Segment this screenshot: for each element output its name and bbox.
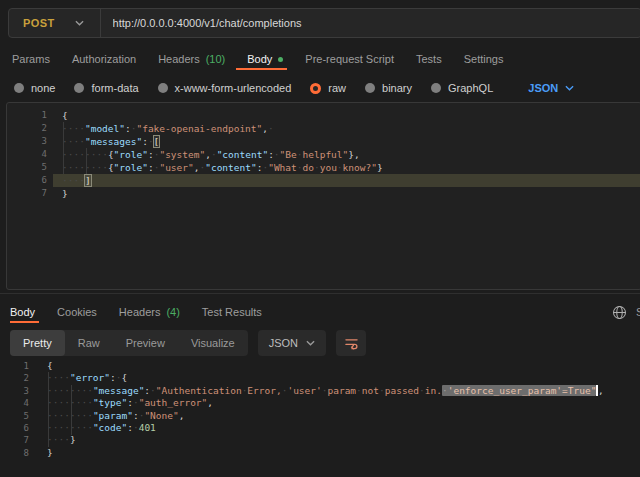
code-text: } [62, 187, 68, 200]
wrap-text-button[interactable] [336, 330, 366, 356]
tab-label: Headers [119, 306, 161, 318]
radio-label: raw [328, 82, 346, 94]
body-language-select[interactable]: JSON [528, 82, 574, 94]
body-type-form-data[interactable]: form-data [74, 82, 138, 94]
radio-label: x-www-form-urlencoded [175, 82, 292, 94]
code-token: } [70, 434, 76, 445]
view-raw[interactable]: Raw [65, 330, 113, 356]
tab-label: Authorization [72, 53, 136, 65]
code-token: "Authentication·Error,·'user'·param·not·… [156, 385, 442, 396]
line-number: 7 [0, 434, 29, 446]
request-tab-params[interactable]: Params [12, 48, 61, 70]
whitespace-dot: · [268, 123, 274, 134]
code-line: 5········"param":·"None", [0, 410, 640, 422]
url-input[interactable] [101, 16, 640, 30]
code-token: { [62, 110, 68, 121]
response-language-label: JSON [269, 337, 298, 349]
view-visualize[interactable]: Visualize [178, 330, 248, 356]
code-token: "user" [159, 162, 193, 173]
wrap-text-icon [344, 337, 359, 350]
line-number: 3 [0, 385, 29, 397]
code-token: :· [268, 149, 279, 160]
radio-label: binary [382, 82, 412, 94]
body-type-binary[interactable]: binary [365, 82, 412, 94]
code-token: { [47, 360, 53, 371]
tab-label: Pre-request Script [305, 53, 394, 65]
code-text: { [62, 109, 68, 122]
code-line: 5········{"role":·"user",·"content":·"Wh… [7, 161, 640, 174]
whitespace-dot: · [148, 136, 154, 147]
response-body-editor[interactable]: 1{2····"error":·{3········"message":·"Au… [0, 358, 640, 477]
body-type-none[interactable]: none [14, 82, 55, 94]
whitespace-dot: · [314, 162, 320, 173]
tab-count-badge: (4) [166, 306, 179, 318]
body-type-raw[interactable]: raw [310, 82, 346, 94]
code-token: "auth_error" [139, 397, 208, 408]
whitespace-dot: · [116, 372, 122, 383]
code-token: ········ [47, 385, 93, 396]
code-token: "fake-openai-endpoint" [136, 123, 262, 134]
response-tabs: BodyCookiesHeaders(4)Test Results [10, 301, 273, 323]
response-tab-cookies[interactable]: Cookies [46, 301, 108, 323]
body-type-graphql[interactable]: GraphQL [431, 82, 493, 94]
request-tab-body[interactable]: Body [236, 48, 294, 70]
request-tab-pre-request-script[interactable]: Pre-request Script [294, 48, 405, 70]
tab-label: Cookies [57, 306, 97, 318]
whitespace-dot: · [322, 385, 328, 396]
code-line: 4········"type":·"auth_error", [0, 397, 640, 409]
code-text: ········"message":·"Authentication·Error… [47, 385, 604, 397]
code-token: :· [133, 410, 144, 421]
code-token: ] [85, 175, 91, 186]
radio-icon [74, 83, 84, 93]
request-tab-authorization[interactable]: Authorization [61, 48, 147, 70]
radio-icon [365, 83, 375, 93]
chevron-down-icon [75, 20, 84, 26]
whitespace-dot: · [442, 385, 448, 396]
tab-label: Tests [416, 53, 442, 65]
code-text: ····"messages":·[ [62, 135, 159, 148]
code-line-highlighted: 6····] [7, 174, 640, 187]
line-number: 5 [7, 161, 47, 174]
code-text: { [47, 360, 53, 372]
code-token: ········ [47, 397, 93, 408]
code-token: "message" [93, 385, 144, 396]
request-tab-headers[interactable]: Headers(10) [147, 48, 236, 70]
code-token: :· [144, 385, 155, 396]
code-token: "type" [93, 397, 127, 408]
request-tab-settings[interactable]: Settings [453, 48, 515, 70]
code-token: ,· [205, 149, 216, 160]
chevron-down-icon [306, 340, 315, 346]
code-line: 7····} [0, 434, 640, 446]
line-number: 2 [7, 122, 47, 135]
body-type-x-www-form-urlencoded[interactable]: x-www-form-urlencoded [158, 82, 292, 94]
code-token: "code" [93, 422, 127, 433]
request-tab-tests[interactable]: Tests [405, 48, 453, 70]
code-token: :· [148, 162, 159, 173]
body-type-options: noneform-datax-www-form-urlencodedrawbin… [14, 82, 493, 94]
tab-label: Body [10, 306, 35, 318]
globe-icon[interactable] [612, 305, 627, 320]
view-preview[interactable]: Preview [113, 330, 178, 356]
code-token: ········ [47, 410, 93, 421]
code-token: :· [148, 149, 159, 160]
response-tab-headers[interactable]: Headers(4) [108, 301, 191, 323]
response-tab-body[interactable]: Body [10, 301, 46, 323]
code-line: 6········"code":·401 [0, 422, 640, 434]
response-language-select[interactable]: JSON [258, 330, 326, 356]
code-line: 3····"messages":·[ [7, 135, 640, 148]
response-tab-test-results[interactable]: Test Results [191, 301, 273, 323]
line-number: 6 [0, 422, 29, 434]
whitespace-dot: · [356, 385, 362, 396]
radio-label: form-data [91, 82, 138, 94]
green-dot-icon [278, 57, 283, 62]
code-line: 3········"message":·"Authentication·Erro… [0, 385, 640, 397]
line-number: 2 [0, 372, 29, 384]
line-number: 4 [0, 397, 29, 409]
code-text: ····"error":·{ [47, 372, 127, 384]
code-token: :·{ [110, 372, 127, 383]
method-select[interactable]: POST [9, 9, 100, 37]
request-body-editor[interactable]: 1{2····"model":·"fake-openai-endpoint",·… [6, 102, 640, 290]
request-response-divider [0, 293, 640, 294]
view-pretty[interactable]: Pretty [10, 330, 65, 356]
code-text: ····} [47, 434, 76, 446]
